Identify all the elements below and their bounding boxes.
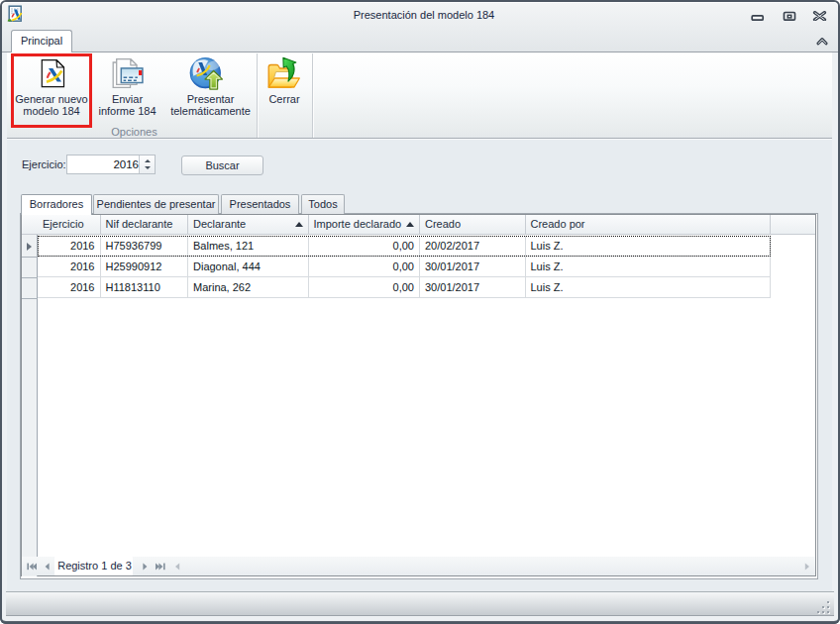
tab-presentados[interactable]: Presentados (221, 194, 299, 214)
cell-ejercicio[interactable]: 2016 (38, 277, 101, 298)
column-header-empty (771, 215, 816, 235)
nav-record-text: Registro 1 de 3 (54, 557, 133, 575)
ejercicio-spin-edit[interactable]: 2016 (66, 155, 156, 174)
cell-nif[interactable]: H25990912 (101, 257, 189, 277)
status-bar (6, 591, 834, 616)
button-label-line: Cerrar (268, 93, 299, 105)
ejercicio-value[interactable]: 2016 (79, 158, 139, 170)
column-header-creado[interactable]: Creado (420, 215, 526, 235)
tab-borradores[interactable]: Borradores (21, 194, 92, 215)
tab-pendientes[interactable]: Pendientes de presentar (93, 194, 219, 214)
button-label-line: telemáticamente (170, 105, 251, 117)
button-label-line: Enviar (112, 93, 143, 105)
grid-row-indicator-column (22, 235, 38, 576)
nav-prev-icon[interactable] (45, 563, 50, 571)
cell-importe[interactable]: 0,00 (309, 257, 421, 277)
ribbon-tab-principal[interactable]: Principal (11, 30, 72, 52)
cell-creado-por[interactable]: Luis Z. (526, 277, 771, 298)
sort-asc-icon (295, 222, 303, 227)
presentar-telematicamente-icon (188, 55, 226, 93)
sort-asc-icon (406, 222, 414, 227)
buscar-button[interactable]: Buscar (181, 156, 263, 175)
nav-last-icon[interactable] (156, 563, 165, 571)
cell-importe[interactable]: 0,00 (309, 277, 421, 298)
title-bar: Presentación del modelo 184 (2, 2, 838, 52)
indicator-separator (22, 298, 38, 299)
data-grid: Ejercicio Nif declarante Declarante Impo… (21, 214, 816, 576)
spin-buttons[interactable] (139, 156, 155, 173)
cell-declarante[interactable]: Marina, 262 (188, 277, 309, 298)
enviar-informe-button[interactable]: Enviarinforme 184 (90, 53, 164, 129)
spin-down-icon[interactable] (145, 166, 151, 169)
cell-creado[interactable]: 30/01/2017 (420, 277, 526, 298)
ribbon-content: Generar nuevomodelo 184 Enviarinforme 18… (7, 52, 832, 139)
cell-creado-por[interactable]: Luis Z. (526, 257, 771, 277)
cell-creado[interactable]: 30/01/2017 (420, 257, 526, 277)
hscroll-right-icon[interactable] (804, 563, 810, 571)
maximize-icon[interactable] (783, 11, 796, 22)
app-window: Presentación del modelo 184 Principal (0, 0, 840, 624)
minimize-icon[interactable] (751, 13, 765, 23)
cell-declarante[interactable]: Diagonal, 444 (188, 257, 309, 277)
focused-row-arrow-icon (27, 243, 32, 251)
annotation-highlight (11, 53, 92, 129)
close-icon[interactable] (812, 11, 827, 21)
grid-navigator-bar: Registro 1 de 3 (22, 557, 815, 576)
cell-ejercicio[interactable]: 2016 (38, 257, 101, 277)
grid-header-row: Ejercicio Nif declarante Declarante Impo… (22, 215, 815, 235)
app-icon (6, 5, 25, 24)
tab-todos[interactable]: Todos (301, 194, 345, 214)
button-label: Cerrar (249, 93, 320, 105)
enviar-informe-icon (110, 55, 146, 91)
grip-dot (822, 611, 824, 613)
collapse-ribbon-icon[interactable] (816, 37, 828, 46)
presentar-telematicamente-button[interactable]: Presentartelemáticamente (164, 53, 257, 129)
hscroll-left-icon[interactable] (174, 563, 180, 571)
nav-next-icon[interactable] (143, 563, 148, 571)
column-header-declarante[interactable]: Declarante (188, 215, 309, 235)
window-title: Presentación del modelo 184 (6, 9, 840, 21)
cell-nif[interactable]: H11813110 (101, 277, 189, 298)
ejercicio-label: Ejercicio: (22, 157, 66, 171)
nav-first-icon[interactable] (27, 563, 37, 571)
column-header-nif-declarante[interactable]: Nif declarante (101, 215, 189, 235)
cerrar-icon (266, 55, 302, 91)
grip-dot (817, 611, 819, 613)
column-header-importe-declarado[interactable]: Importe declarado (309, 215, 421, 235)
column-header-creado-por[interactable]: Creado por (526, 215, 771, 235)
cerrar-button[interactable]: Cerrar (259, 53, 310, 129)
column-header-ejercicio[interactable]: Ejercicio (38, 215, 101, 235)
focused-row-outline (38, 236, 771, 258)
grip-dot (822, 606, 824, 608)
grip-dot (827, 601, 829, 603)
tab-page-borradores: Ejercicio Nif declarante Declarante Impo… (20, 213, 818, 579)
indicator-separator (22, 277, 38, 278)
grip-dot (827, 611, 829, 613)
button-label-line: informe 184 (98, 105, 156, 117)
grip-dot (827, 606, 829, 608)
button-label-line: Presentar (187, 93, 235, 105)
form-client-area: Ejercicio: 2016 Buscar Borradores Pendie… (7, 140, 832, 591)
indicator-separator (22, 257, 38, 258)
spin-up-icon[interactable] (145, 159, 151, 162)
